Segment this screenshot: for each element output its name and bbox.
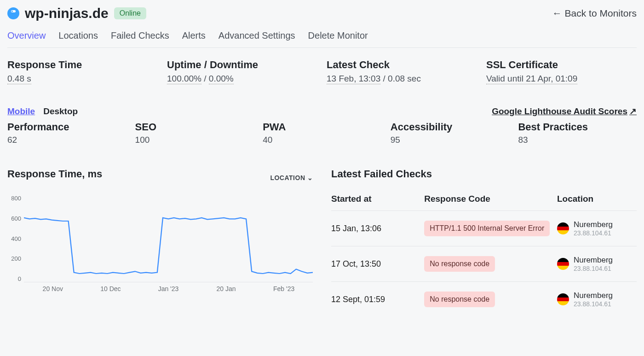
failed-checks-panel: Latest Failed Checks Started at Response…	[331, 168, 637, 310]
failed-started: 15 Jan, 13:06	[331, 224, 419, 233]
failed-started: 12 Sept, 01:59	[331, 295, 419, 304]
status-badge: Online	[114, 7, 146, 19]
y-tick: 600	[7, 215, 21, 222]
lighthouse-link-label: Google Lighthouse Audit Scores	[492, 106, 627, 117]
failed-check-row[interactable]: 15 Jan, 13:06HTTP/1.1 500 Internal Serve…	[331, 211, 637, 246]
y-tick: 400	[7, 235, 21, 242]
chart-title: Response Time, ms	[7, 168, 102, 180]
score-title-seo: SEO	[135, 121, 254, 133]
metric-title: Response Time	[7, 59, 158, 71]
downtime-value[interactable]: 0.00%	[209, 74, 234, 84]
metric-title: Uptime / Downtime	[167, 59, 317, 71]
location-dropdown[interactable]: LOCATION ⌄	[270, 174, 313, 181]
score-value-pwa: 40	[263, 135, 381, 145]
x-tick: Jan '23	[139, 285, 197, 296]
latest-check-time[interactable]: 13 Feb, 13:03	[327, 74, 380, 84]
flag-icon-de	[557, 293, 569, 305]
device-tab-desktop[interactable]: Desktop	[43, 106, 78, 117]
response-code-badge: No response code	[424, 256, 495, 272]
location-ip: 23.88.104.61	[574, 265, 613, 272]
score-title-performance: Performance	[7, 121, 126, 133]
failed-check-row[interactable]: 12 Sept, 01:59No response codeNuremberg2…	[331, 282, 637, 310]
metric-value: 100.00% / 0.00%	[167, 74, 317, 84]
back-to-monitors-link[interactable]: ← Back to Monitors	[552, 8, 637, 19]
score-title-pwa: PWA	[263, 121, 381, 133]
tab-overview[interactable]: Overview	[7, 30, 46, 41]
metric-uptime: Uptime / Downtime 100.00% / 0.00%	[167, 59, 317, 84]
monitor-tabs: Overview Locations Failed Checks Alerts …	[7, 30, 637, 48]
score-value-best: 83	[518, 135, 637, 145]
y-tick: 800	[7, 195, 21, 202]
tab-alerts[interactable]: Alerts	[182, 30, 206, 41]
response-time-chart-panel: Response Time, ms LOCATION ⌄ 80060040020…	[7, 168, 313, 310]
x-tick: Feb '23	[255, 285, 313, 296]
latest-check-duration: 0.08 sec	[388, 74, 421, 83]
response-time-chart[interactable]: 8006004002000 20 Nov10 DecJan '2320 JanF…	[7, 195, 313, 296]
failed-started: 17 Oct, 13:50	[331, 259, 419, 269]
x-tick: 20 Jan	[197, 285, 255, 296]
col-response-code: Response Code	[424, 194, 552, 204]
arrow-left-icon: ←	[552, 8, 562, 19]
chevron-down-icon: ⌄	[307, 174, 313, 181]
y-tick: 0	[7, 275, 21, 282]
site-favicon	[7, 7, 19, 19]
site-title: wp-ninjas.de	[25, 6, 109, 21]
col-started: Started at	[331, 194, 419, 204]
score-title-best: Best Practices	[518, 121, 637, 133]
ssl-value[interactable]: Valid until 21 Apr, 01:09	[486, 74, 577, 84]
back-link-label: Back to Monitors	[565, 8, 637, 19]
flag-icon-de	[557, 222, 569, 234]
location-ip: 23.88.104.61	[574, 229, 613, 237]
location-name: Nuremberg	[574, 220, 613, 229]
tab-failed-checks[interactable]: Failed Checks	[111, 30, 169, 41]
failed-checks-title: Latest Failed Checks	[331, 168, 637, 180]
y-tick: 200	[7, 255, 21, 262]
metric-title: Latest Check	[327, 59, 477, 71]
location-dropdown-label: LOCATION	[270, 174, 305, 181]
external-link-icon: ↗	[629, 106, 637, 117]
metric-value: 13 Feb, 13:03 / 0.08 sec	[327, 74, 477, 84]
metric-value[interactable]: 0.48 s	[7, 74, 31, 84]
chart-line	[24, 218, 313, 274]
response-code-badge: HTTP/1.1 500 Internal Server Error	[424, 221, 550, 236]
x-tick: 10 Dec	[82, 285, 140, 296]
location-ip: 23.88.104.61	[574, 300, 613, 308]
location-name: Nuremberg	[574, 291, 613, 300]
col-location: Location	[557, 194, 637, 204]
response-code-badge: No response code	[424, 292, 495, 307]
uptime-value[interactable]: 100.00%	[167, 74, 201, 84]
device-tab-mobile[interactable]: Mobile	[7, 106, 35, 117]
metric-latest-check: Latest Check 13 Feb, 13:03 / 0.08 sec	[327, 59, 477, 84]
score-value-accessibility: 95	[391, 135, 509, 145]
tab-advanced-settings[interactable]: Advanced Settings	[218, 30, 295, 41]
location-name: Nuremberg	[574, 256, 613, 265]
score-title-accessibility: Accessibility	[391, 121, 509, 133]
metric-ssl: SSL Certificate Valid until 21 Apr, 01:0…	[486, 59, 637, 84]
score-value-seo: 100	[135, 135, 254, 145]
metric-response-time: Response Time 0.48 s	[7, 59, 158, 84]
lighthouse-scores-link[interactable]: Google Lighthouse Audit Scores ↗	[492, 106, 637, 117]
tab-locations[interactable]: Locations	[58, 30, 98, 41]
x-tick: 20 Nov	[24, 285, 82, 296]
tab-delete-monitor[interactable]: Delete Monitor	[308, 30, 368, 41]
score-value-performance: 62	[7, 135, 126, 145]
flag-icon-de	[557, 258, 569, 270]
failed-check-row[interactable]: 17 Oct, 13:50No response codeNuremberg23…	[331, 246, 637, 282]
metric-title: SSL Certificate	[486, 59, 637, 71]
